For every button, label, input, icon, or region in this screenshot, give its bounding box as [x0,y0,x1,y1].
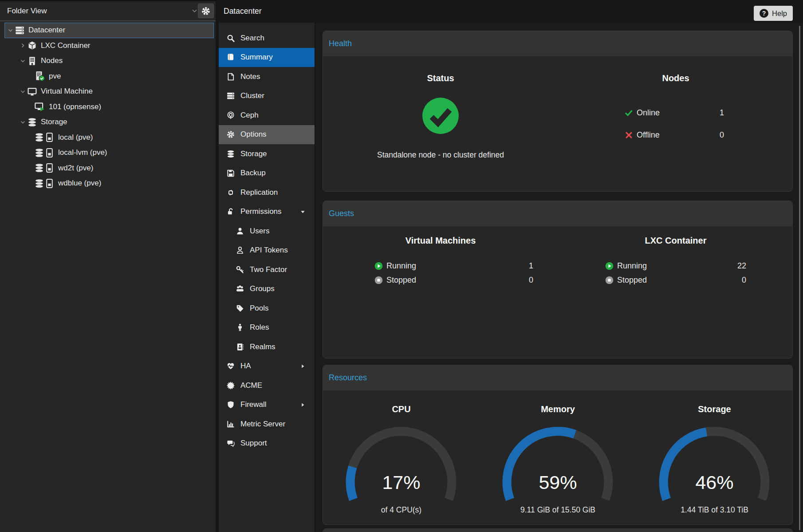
tree-item-lxc-container[interactable]: LXC Container [0,38,216,54]
nav-item-cluster[interactable]: Cluster [219,87,315,106]
tree-item-virtual-machine[interactable]: Virtual Machine [0,84,216,99]
node-status-label: Offline [637,130,660,140]
nav-item-permissions[interactable]: Permissions [219,202,315,222]
nav-item-storage[interactable]: Storage [219,144,315,164]
guest-status-value: 22 [737,261,746,271]
chart-icon [227,420,235,428]
caret-right-icon[interactable] [18,43,28,48]
nav-item-label: Permissions [240,207,282,216]
user-o-icon [236,246,244,254]
nav-item-groups[interactable]: Groups [219,280,315,299]
cluster-icon [227,92,235,100]
nav-item-backup[interactable]: Backup [219,164,315,183]
drive-icon [45,148,54,158]
tag-icon [236,304,244,312]
nav-item-label: API Tokens [250,246,288,255]
guests-panel-title: Guests [323,201,792,226]
resource-tree-sidebar: Folder View DatacenterLXC ContainerNodes… [0,1,216,532]
nav-item-ha[interactable]: HA [219,357,315,376]
nav-item-label: Pools [250,304,269,313]
database-icon [35,148,44,158]
nav-item-support[interactable]: Support [219,434,315,453]
database-icon [28,118,37,127]
resources-panel-title: Resources [323,365,792,390]
gauge-heading: CPU [323,404,480,414]
expand-arrow-icon [300,202,306,222]
proxmox-app: Folder View DatacenterLXC ContainerNodes… [0,0,803,532]
tree-item-storage[interactable]: Storage [0,114,216,130]
database-icon [35,179,44,188]
tree-item-nodes[interactable]: Nodes [0,53,216,69]
nav-item-label: Options [240,130,267,139]
nav-item-options[interactable]: Options [219,125,315,145]
tree-item-local-pve[interactable]: local (pve) [0,130,216,146]
tree-item-label: Virtual Machine [41,87,93,96]
chevron-right-icon [20,43,26,48]
nav-item-search[interactable]: Search [219,28,315,48]
nav-item-firewall[interactable]: Firewall [219,395,315,415]
health-panel: Health Status Standalone node - no clust… [323,31,793,192]
running-icon [605,262,614,270]
caret-down-icon[interactable] [18,119,28,125]
caret-down-icon[interactable] [18,89,28,95]
collapse-arrow-icon [300,357,306,376]
address-book-icon [236,343,244,351]
nav-item-label: Support [240,439,267,448]
nodes-heading: Nodes [558,73,793,83]
tree-item-local-lvm-pve[interactable]: local-lvm (pve) [0,145,216,161]
tree-item-datacenter[interactable]: Datacenter [0,23,216,38]
caret-down-icon[interactable] [18,58,28,64]
health-panel-title: Health [323,31,792,56]
nav-item-two-factor[interactable]: Two Factor [219,260,315,280]
nav-item-metric-server[interactable]: Metric Server [219,414,315,434]
nav-item-label: HA [240,362,251,370]
vertical-scrollbar[interactable] [799,26,800,530]
nav-item-roles[interactable]: Roles [219,318,315,338]
guest-status-label: Stopped [617,276,647,285]
nav-item-label: Notes [240,72,260,81]
tree-item-101-opnsense[interactable]: 101 (opnsense) [0,99,216,115]
nav-item-replication[interactable]: Replication [219,183,315,202]
help-icon: ? [760,9,768,18]
tree-item-pve[interactable]: pve [0,69,216,84]
tree-item-label: Nodes [41,56,63,65]
nav-item-label: Firewall [240,400,267,409]
help-button[interactable]: ? Help [754,6,793,21]
nav-item-notes[interactable]: Notes [219,67,315,87]
nav-item-realms[interactable]: Realms [219,337,315,357]
nav-item-summary[interactable]: Summary [219,48,315,67]
nav-item-ceph[interactable]: Ceph [219,106,315,125]
male-icon [236,323,244,331]
stopped-icon [374,276,383,284]
tree-item-wd2t-pve[interactable]: wd2t (pve) [0,161,216,176]
gauge-storage: Storage46%1.44 TiB of 3.10 TiB [636,390,793,524]
gauge-heading: Memory [480,404,636,414]
resource-tree: DatacenterLXC ContainerNodespveVirtual M… [0,23,216,191]
guest-status-row-lxc-container-running: Running22 [605,260,746,272]
caret-down-icon[interactable] [5,28,15,33]
gauge-heading: Storage [636,404,793,414]
tree-item-label: pve [49,72,61,81]
gauge-memory: Memory59%9.11 GiB of 15.50 GiB [480,390,636,524]
nav-item-users[interactable]: Users [219,221,315,241]
help-label: Help [772,9,787,18]
tree-settings-button[interactable] [198,4,214,18]
arrow-right-icon [300,402,306,408]
tree-item-label: Datacenter [28,26,65,35]
nav-item-acme[interactable]: ACME [219,376,315,395]
gauge-percent: 17% [323,472,480,493]
nav-item-pools[interactable]: Pools [219,299,315,318]
running-icon [374,262,383,270]
guest-status-label: Running [617,261,647,271]
unlock-icon [227,208,235,216]
nav-item-label: Summary [240,53,273,62]
check-icon [625,109,633,117]
burst-icon [227,382,235,390]
nav-item-api-tokens[interactable]: API Tokens [219,241,315,260]
tree-toolbar: Folder View [0,1,216,21]
node-status-label: Online [637,108,660,118]
tree-item-wdblue-pve[interactable]: wdblue (pve) [0,176,216,191]
view-mode-select[interactable]: Folder View [3,4,202,18]
guest-status-row-lxc-container-stopped: Stopped0 [605,274,746,286]
heartbeat-icon [227,362,235,370]
